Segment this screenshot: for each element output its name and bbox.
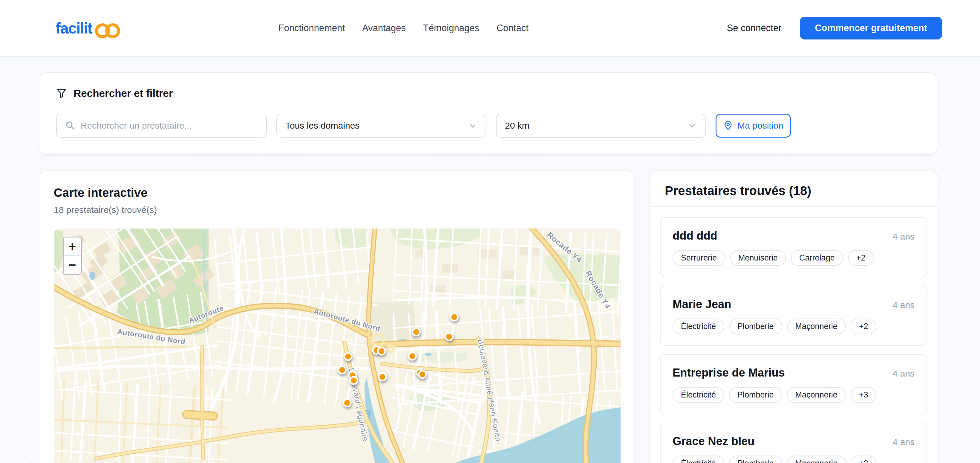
provider-name: ddd ddd	[673, 228, 718, 243]
chevron-down-icon	[468, 121, 477, 130]
provider-name: Grace Nez bleu	[673, 434, 755, 449]
provider-tag: +2	[848, 250, 874, 266]
map-marker[interactable]	[412, 327, 421, 337]
map-subtitle: 18 prestataire(s) trouvé(s)	[54, 204, 619, 216]
provider-card[interactable]: Entreprise de Marius4 ansÉlectricitéPlom…	[660, 354, 927, 414]
results-panel: Prestataires trouvés (18) ddd ddd4 ansSe…	[650, 171, 937, 463]
provider-tag: Plomberie	[729, 455, 782, 463]
results-header: Prestataires trouvés (18)	[651, 171, 937, 206]
filter-funnel-icon	[56, 88, 67, 99]
provider-tag: Menuiserie	[730, 250, 786, 266]
map-marker[interactable]	[344, 352, 353, 361]
logo-text: facilit	[56, 19, 92, 37]
provider-experience: 4 ans	[893, 437, 915, 447]
chevron-down-icon	[687, 121, 697, 130]
interactive-map[interactable]: Autoroute du NordAutorouteAutoroute du N…	[54, 228, 620, 463]
content-row: Carte interactive 18 prestataire(s) trou…	[39, 171, 937, 463]
header: facilit FonctionnementAvantagesTémoignag…	[0, 0, 980, 57]
radius-select[interactable]: 20 km	[496, 114, 706, 137]
provider-tag: +2	[851, 455, 877, 463]
map-marker[interactable]	[349, 376, 358, 385]
map-basemap	[54, 228, 620, 463]
logo-rings-icon	[92, 22, 123, 38]
map-marker[interactable]	[343, 398, 352, 407]
provider-name: Entreprise de Marius	[673, 366, 785, 380]
provider-card[interactable]: Marie Jean4 ansÉlectricitéPlomberieMaçon…	[660, 286, 927, 346]
search-field[interactable]	[56, 114, 267, 137]
search-filter-panel: Rechercher et filtrer Tous les domaines …	[39, 72, 937, 155]
results-title: Prestataires trouvés (18)	[665, 183, 922, 199]
map-marker[interactable]	[377, 346, 386, 356]
domain-select-value: Tous les domaines	[285, 121, 360, 131]
map-marker[interactable]	[408, 352, 417, 361]
provider-tag: Plomberie	[729, 319, 782, 334]
radius-select-value: 20 km	[505, 121, 530, 131]
provider-tag: Maçonnerie	[787, 455, 846, 463]
zoom-out-button[interactable]: −	[64, 256, 81, 274]
signup-button[interactable]: Commencer gratuitement	[800, 17, 942, 40]
search-icon	[65, 121, 75, 131]
map-card: Carte interactive 18 prestataire(s) trou…	[39, 171, 634, 463]
provider-tag: Carrelage	[791, 250, 843, 266]
map-marker[interactable]	[378, 372, 387, 382]
provider-tag: Électricité	[673, 387, 724, 403]
provider-name: Marie Jean	[673, 297, 731, 311]
my-location-label: Ma position	[737, 121, 783, 131]
provider-tag: +2	[851, 319, 877, 334]
provider-experience: 4 ans	[893, 300, 915, 310]
map-marker[interactable]	[445, 332, 453, 341]
provider-tag: Maçonnerie	[787, 319, 846, 334]
nav-item-3[interactable]: Témoignages	[423, 23, 479, 34]
provider-experience: 4 ans	[893, 232, 915, 242]
provider-tag: Électricité	[673, 319, 724, 334]
provider-tag: Serrurerie	[673, 250, 725, 266]
nav-item-2[interactable]: Avantages	[362, 23, 406, 34]
filter-title: Rechercher et filtrer	[56, 87, 920, 99]
results-list: ddd ddd4 ansSerrurerieMenuiserieCarrelag…	[651, 207, 937, 463]
login-link[interactable]: Se connecter	[727, 23, 782, 34]
nav-item-4[interactable]: Contact	[496, 23, 528, 34]
filter-row: Tous les domaines 20 km Ma position	[56, 114, 920, 137]
provider-tag: Électricité	[673, 455, 724, 463]
provider-tag: Plomberie	[729, 387, 782, 403]
header-actions: Se connecter Commencer gratuitement	[727, 17, 942, 40]
logo[interactable]: facilit	[56, 19, 123, 37]
filter-title-label: Rechercher et filtrer	[73, 87, 173, 99]
provider-card[interactable]: Grace Nez bleu4 ansÉlectricitéPlomberieM…	[660, 423, 927, 463]
provider-experience: 4 ans	[893, 369, 915, 378]
map-pin-icon	[723, 121, 733, 131]
provider-tag: +3	[851, 387, 877, 403]
domain-select[interactable]: Tous les domaines	[276, 114, 487, 137]
my-location-button[interactable]: Ma position	[716, 114, 791, 137]
zoom-in-button[interactable]: +	[64, 238, 81, 255]
map-title: Carte interactive	[54, 185, 619, 200]
map-marker[interactable]	[337, 366, 347, 374]
provider-tag: Maçonnerie	[787, 387, 846, 403]
map-zoom-control: + −	[63, 236, 82, 275]
search-input[interactable]	[81, 121, 258, 131]
nav-item-1[interactable]: Fonctionnement	[278, 23, 345, 34]
provider-card[interactable]: ddd ddd4 ansSerrurerieMenuiserieCarrelag…	[660, 217, 927, 277]
map-marker[interactable]	[450, 313, 459, 321]
map-marker[interactable]	[418, 370, 427, 379]
main-nav: FonctionnementAvantagesTémoignagesContac…	[278, 23, 528, 34]
